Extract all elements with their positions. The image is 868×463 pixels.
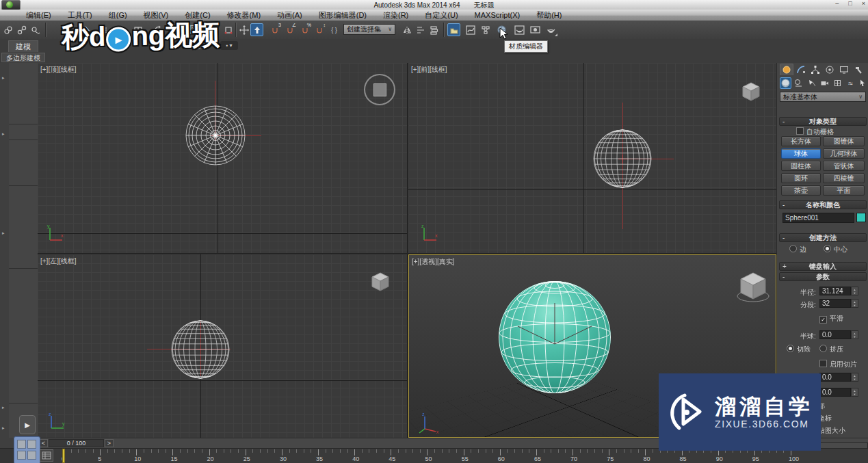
creation-method-edge[interactable]: 边 <box>789 245 806 254</box>
menu-help[interactable]: 帮助(H) <box>528 10 570 21</box>
percent-snap-button[interactable]: % <box>298 23 311 36</box>
tab-hierarchy[interactable] <box>808 64 822 75</box>
primitive-category-combo[interactable]: 标准基本体 ∨ <box>780 92 866 102</box>
button-cylinder[interactable]: 圆柱体 <box>781 161 821 171</box>
viewcube-front[interactable] <box>740 81 762 103</box>
mirror-button[interactable] <box>400 23 413 36</box>
slice-to-spinner[interactable]: ▲▼ <box>851 388 858 397</box>
spinner-down-icon[interactable]: ▼ <box>852 291 858 295</box>
viewcube-top[interactable] <box>364 74 395 105</box>
spinner-down-icon[interactable]: ▼ <box>852 335 858 339</box>
subtab-spacewarps[interactable]: ≈ <box>845 77 856 89</box>
button-teapot[interactable]: 茶壶 <box>781 185 821 196</box>
expand-arrow-icon[interactable]: ▸ <box>2 425 5 431</box>
radius-field[interactable]: 31.124 <box>819 287 851 295</box>
layer-manager-button[interactable] <box>428 23 440 36</box>
select-and-move-button[interactable] <box>237 23 250 36</box>
menu-rendering[interactable]: 渲染(R) <box>375 10 417 21</box>
sphere-shaded[interactable] <box>496 278 614 396</box>
menu-maxscript[interactable]: MAXScript(X) <box>466 11 529 19</box>
tab-create[interactable] <box>780 64 793 75</box>
rollout-keyboard-entry[interactable]: + 键盘输入 <box>779 262 867 271</box>
sphere-left-wireframe[interactable] <box>171 320 230 379</box>
rollout-name-color[interactable]: - 名称和颜色 <box>779 200 867 209</box>
viewport-front[interactable]: [+][前][线框] <box>408 63 776 253</box>
tab-utilities[interactable] <box>852 64 865 75</box>
next-frame-button[interactable]: > <box>105 439 114 447</box>
menu-customize[interactable]: 自定义(U) <box>417 10 466 21</box>
button-plane[interactable]: 平面 <box>823 185 865 196</box>
slice-from-spinner[interactable]: ▲▼ <box>851 373 858 382</box>
object-color-swatch[interactable] <box>856 213 866 222</box>
subtab-geometry[interactable] <box>780 77 791 89</box>
ribbon-media-button[interactable]: ▪▾ <box>220 41 238 50</box>
keyboard-override-button[interactable]: { } <box>328 23 341 36</box>
subtab-lights[interactable] <box>806 77 817 89</box>
button-cone[interactable]: 圆锥体 <box>823 136 865 146</box>
viewcube-perspective[interactable] <box>736 269 770 304</box>
spinner-down-icon[interactable]: ▼ <box>852 304 858 307</box>
schematic-view-button[interactable] <box>479 23 492 36</box>
button-tube[interactable]: 管状体 <box>823 161 865 171</box>
sphere-front-wireframe[interactable] <box>593 129 652 188</box>
tab-display[interactable] <box>837 64 851 75</box>
slice-to-field[interactable]: 0.0 <box>819 388 851 397</box>
play-preview-button[interactable]: ▶ <box>19 415 36 434</box>
viewcube-left[interactable] <box>369 271 391 293</box>
time-slider-handle[interactable]: 0 / 100 <box>49 439 104 447</box>
viewport-layout-selector[interactable] <box>14 436 40 463</box>
close-button[interactable]: × <box>862 0 865 7</box>
select-and-link-icon[interactable] <box>1 23 14 36</box>
button-pyramid[interactable]: 四棱锥 <box>823 173 865 183</box>
button-geosphere[interactable]: 几何球体 <box>823 148 865 159</box>
rollout-object-type[interactable]: - 对象类型 <box>779 117 867 126</box>
expand-arrow-icon[interactable]: ▸ <box>2 75 5 81</box>
viewport-perspective-label[interactable]: [+][透视][真实] <box>412 257 455 267</box>
viewport-front-label[interactable]: [+][前][线框] <box>411 65 447 75</box>
segments-field[interactable]: 32 <box>819 299 851 308</box>
radius-spinner[interactable]: ▲▼ <box>851 287 858 295</box>
ribbon-tab-modeling[interactable]: 建模 <box>8 40 38 52</box>
sphere-top-wireframe[interactable] <box>185 105 246 166</box>
expand-arrow-icon[interactable]: ▸ <box>2 405 5 410</box>
button-box[interactable]: 长方体 <box>781 136 821 146</box>
button-torus[interactable]: 圆环 <box>781 173 821 183</box>
menu-graph-editors[interactable]: 图形编辑器(D) <box>311 10 375 21</box>
bind-to-space-warp-icon[interactable] <box>29 23 42 36</box>
subtab-helpers[interactable] <box>832 77 843 89</box>
left-panel-column[interactable] <box>9 63 38 438</box>
smooth-checkbox[interactable]: ✓平滑 <box>819 314 843 323</box>
ribbon-subtab-poly-modeling[interactable]: 多边形建模 <box>1 53 45 62</box>
curve-editor-button[interactable] <box>464 23 477 36</box>
segments-spinner[interactable]: ▲▼ <box>851 299 858 308</box>
unlink-selection-icon[interactable] <box>15 23 28 36</box>
align-button[interactable] <box>414 23 427 36</box>
spinner-down-icon[interactable]: ▼ <box>852 378 858 381</box>
viewport-left[interactable]: [+][左][线框] zy <box>38 254 407 438</box>
use-selection-center-button[interactable] <box>250 23 263 36</box>
menu-edit[interactable]: 编辑(E) <box>18 10 60 21</box>
spinner-snap-button[interactable]: ↕ <box>313 23 326 36</box>
autogrid-checkbox[interactable]: 自动栅格 <box>796 127 834 137</box>
menu-animation[interactable]: 动画(A) <box>269 10 311 21</box>
menu-modifiers[interactable]: 修改器(M) <box>219 10 269 21</box>
spinner-down-icon[interactable]: ▼ <box>852 393 858 396</box>
minimize-button[interactable]: – <box>835 0 839 7</box>
snap-toggle-button[interactable]: 3 <box>268 23 281 36</box>
button-sphere[interactable]: 球体 <box>781 148 821 159</box>
chop-radio[interactable]: 切除 <box>787 345 811 354</box>
squash-radio[interactable]: 挤压 <box>819 345 843 354</box>
render-production-button[interactable] <box>544 23 557 36</box>
subtab-cameras[interactable] <box>819 77 830 89</box>
time-slider-marker[interactable] <box>62 449 65 463</box>
viewport-top[interactable]: [+][顶][线框] yx <box>38 63 407 253</box>
viewport-left-label[interactable]: [+][左][线框] <box>40 256 77 266</box>
slice-from-field[interactable]: 0.0 <box>819 373 851 382</box>
viewport-top-label[interactable]: [+][顶][线框] <box>40 65 77 75</box>
object-name-field[interactable]: Sphere001 <box>782 213 854 223</box>
named-selection-sets-combo[interactable]: 创建选择集 ∨ <box>343 24 395 35</box>
rendered-frame-window-button[interactable] <box>529 23 542 36</box>
angle-snap-button[interactable]: ∠ <box>283 23 296 36</box>
expand-arrow-icon[interactable]: ▸ <box>2 131 5 137</box>
use-pivot-point-button[interactable] <box>222 23 235 36</box>
